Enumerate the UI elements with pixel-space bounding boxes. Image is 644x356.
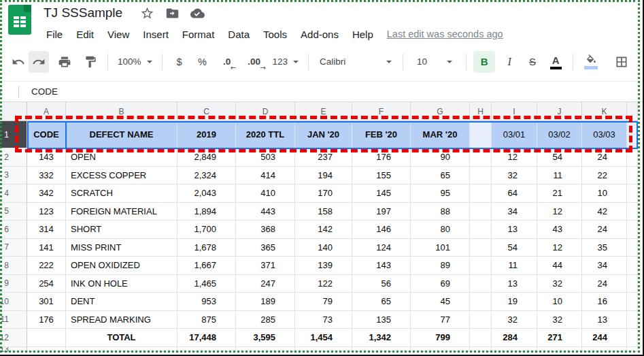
column-header-A[interactable]: A bbox=[27, 102, 66, 121]
cell[interactable] bbox=[470, 148, 492, 167]
column-header-J[interactable]: J bbox=[537, 102, 582, 121]
cell[interactable]: 12 bbox=[537, 203, 582, 221]
cell[interactable]: 1,894 bbox=[177, 203, 236, 221]
cell[interactable]: 88 bbox=[411, 203, 470, 221]
cell[interactable] bbox=[470, 221, 492, 239]
cell[interactable] bbox=[627, 167, 638, 185]
cell[interactable]: 143 bbox=[352, 257, 411, 275]
cell[interactable]: 90 bbox=[411, 148, 470, 167]
cell[interactable]: 176 bbox=[352, 148, 411, 167]
row-header-4[interactable]: 4 bbox=[0, 184, 27, 203]
cell[interactable]: 89 bbox=[411, 257, 470, 275]
cell[interactable] bbox=[627, 221, 638, 239]
cell[interactable]: EXCESS COPPER bbox=[66, 167, 177, 185]
cell[interactable]: 24 bbox=[582, 275, 627, 293]
cell[interactable]: SCRATCH bbox=[66, 184, 177, 203]
zoom-select[interactable]: 100% bbox=[115, 51, 155, 73]
cell[interactable]: 79 bbox=[295, 293, 352, 311]
cell[interactable]: 32 bbox=[492, 167, 537, 185]
cell[interactable] bbox=[470, 167, 492, 185]
cell[interactable] bbox=[352, 347, 411, 352]
cell[interactable] bbox=[470, 311, 492, 329]
cell[interactable] bbox=[177, 347, 236, 352]
cell[interactable] bbox=[627, 257, 638, 275]
menu-item-addons[interactable]: Add-ons bbox=[294, 29, 345, 40]
cell[interactable] bbox=[627, 347, 638, 352]
column-header-F[interactable]: F bbox=[352, 102, 411, 121]
cell[interactable]: MISS PRINT bbox=[66, 239, 177, 257]
cell[interactable]: 139 bbox=[295, 257, 352, 275]
cell[interactable]: 95 bbox=[411, 184, 470, 203]
cell[interactable]: 222 bbox=[27, 257, 66, 275]
cell[interactable] bbox=[66, 347, 177, 352]
cell[interactable]: 69 bbox=[411, 275, 470, 293]
select-all-corner[interactable] bbox=[0, 102, 27, 121]
print-icon[interactable] bbox=[54, 51, 75, 73]
cell[interactable]: 24 bbox=[582, 148, 627, 167]
cell[interactable]: 64 bbox=[492, 184, 537, 203]
cell[interactable]: 2,849 bbox=[177, 148, 236, 167]
cell[interactable]: 140 bbox=[295, 239, 352, 257]
cell[interactable]: 35 bbox=[582, 239, 627, 257]
cell[interactable]: 158 bbox=[295, 203, 352, 221]
cell[interactable]: MAR '20 bbox=[411, 121, 470, 148]
borders-button[interactable] bbox=[611, 51, 632, 73]
fill-color-button[interactable] bbox=[580, 51, 602, 73]
column-header-G[interactable]: G bbox=[411, 102, 470, 121]
row-header-3[interactable]: 3 bbox=[0, 167, 27, 185]
cell[interactable]: 365 bbox=[236, 239, 295, 257]
cell[interactable] bbox=[27, 329, 66, 347]
column-header-B[interactable]: B bbox=[66, 102, 177, 121]
format-percent-button[interactable]: % bbox=[192, 51, 213, 73]
cell[interactable]: 54 bbox=[537, 148, 582, 167]
column-header-I[interactable]: I bbox=[492, 102, 537, 121]
cell[interactable]: 368 bbox=[236, 221, 295, 239]
font-family-select[interactable]: Calibri bbox=[316, 51, 396, 73]
row-header-11[interactable]: 11 bbox=[0, 311, 27, 329]
column-header-D[interactable]: D bbox=[236, 102, 295, 121]
cell[interactable]: 146 bbox=[352, 221, 411, 239]
cell[interactable] bbox=[582, 347, 627, 352]
column-header-partial[interactable] bbox=[627, 102, 638, 121]
cell[interactable]: 10 bbox=[537, 293, 582, 311]
cell[interactable] bbox=[470, 121, 492, 148]
cell[interactable] bbox=[295, 347, 352, 352]
move-folder-icon[interactable] bbox=[165, 5, 180, 20]
cell[interactable]: 03/01 bbox=[492, 121, 537, 148]
cell[interactable]: 13 bbox=[492, 221, 537, 239]
cell[interactable]: 176 bbox=[27, 311, 66, 329]
cell[interactable]: 77 bbox=[411, 311, 470, 329]
cell[interactable]: 141 bbox=[27, 239, 66, 257]
row-header-5[interactable]: 5 bbox=[0, 203, 27, 221]
cell[interactable]: 03/02 bbox=[537, 121, 582, 148]
column-header-C[interactable]: C bbox=[177, 102, 236, 121]
sheets-logo-icon[interactable] bbox=[8, 5, 31, 35]
column-header-E[interactable]: E bbox=[295, 102, 352, 121]
cell[interactable]: SHORT bbox=[66, 221, 177, 239]
cell[interactable]: 21 bbox=[537, 184, 582, 203]
cell[interactable]: FOREIGN MATERIAL bbox=[66, 203, 177, 221]
cell[interactable] bbox=[470, 257, 492, 275]
cell[interactable]: 2,043 bbox=[177, 184, 236, 203]
formula-input[interactable]: CODE bbox=[19, 86, 58, 97]
cell[interactable] bbox=[27, 347, 66, 352]
menu-item-data[interactable]: Data bbox=[221, 29, 256, 40]
cell[interactable]: 2019 bbox=[177, 121, 236, 148]
cell[interactable]: 1,667 bbox=[177, 257, 236, 275]
cell[interactable]: 44 bbox=[537, 257, 582, 275]
row-header-7[interactable]: 7 bbox=[0, 239, 27, 257]
document-title[interactable]: TJ SSSample bbox=[44, 5, 122, 20]
cell[interactable]: 285 bbox=[236, 311, 295, 329]
cell[interactable]: 410 bbox=[236, 184, 295, 203]
row-header-2[interactable]: 2 bbox=[0, 148, 27, 167]
cell[interactable]: 145 bbox=[352, 184, 411, 203]
cell[interactable]: 13 bbox=[492, 275, 537, 293]
cell[interactable] bbox=[627, 148, 638, 167]
cell[interactable] bbox=[470, 275, 492, 293]
cell[interactable] bbox=[470, 293, 492, 311]
cell[interactable]: 301 bbox=[27, 293, 66, 311]
cell[interactable]: 237 bbox=[295, 148, 352, 167]
row-header-10[interactable]: 10 bbox=[0, 293, 27, 311]
paint-format-icon[interactable] bbox=[80, 51, 101, 73]
cell[interactable]: 65 bbox=[411, 167, 470, 185]
